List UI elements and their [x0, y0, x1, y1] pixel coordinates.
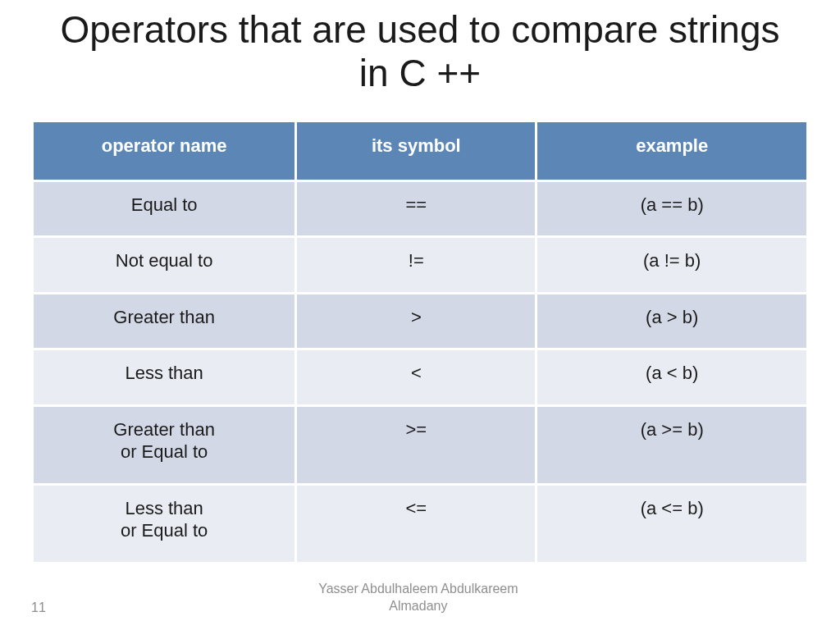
cell-example: (a <= b): [537, 486, 806, 562]
cell-name: Not equal to: [34, 238, 294, 292]
table-row: Equal to == (a == b): [34, 182, 806, 236]
cell-name: Less than: [34, 350, 294, 404]
cell-name: Less thanor Equal to: [34, 486, 294, 562]
cell-example: (a == b): [537, 182, 806, 236]
cell-symbol: ==: [297, 182, 535, 236]
cell-name: Greater than: [34, 294, 294, 349]
cell-symbol: >: [297, 294, 535, 349]
cell-example: (a != b): [537, 238, 806, 292]
operators-table: operator name its symbol example Equal t…: [31, 120, 809, 564]
table-row: Less than < (a < b): [34, 350, 806, 404]
cell-name: Greater thanor Equal to: [34, 407, 294, 483]
slide: Operators that are used to compare strin…: [0, 0, 840, 630]
cell-symbol: >=: [297, 407, 535, 483]
footer-author: Yasser Abdulhaleem AbdulkareemAlmadany: [46, 581, 791, 615]
cell-symbol: <: [297, 350, 535, 404]
cell-example: (a >= b): [537, 407, 806, 483]
col-header-name: operator name: [34, 122, 294, 180]
cell-name: Equal to: [34, 182, 294, 236]
slide-footer: 11 Yasser Abdulhaleem AbdulkareemAlmadan…: [0, 581, 840, 615]
cell-example: (a > b): [537, 294, 806, 349]
cell-example: (a < b): [537, 350, 806, 404]
table-row: Greater than > (a > b): [34, 294, 806, 349]
table-row: Not equal to != (a != b): [34, 238, 806, 292]
cell-symbol: !=: [297, 238, 535, 292]
page-title: Operators that are used to compare strin…: [48, 8, 792, 95]
page-number: 11: [31, 600, 46, 615]
cell-symbol: <=: [297, 486, 535, 562]
table-header: operator name its symbol example: [34, 122, 806, 180]
col-header-example: example: [537, 122, 806, 180]
table-row: Greater thanor Equal to >= (a >= b): [34, 407, 806, 483]
table-row: Less thanor Equal to <= (a <= b): [34, 486, 806, 562]
col-header-symbol: its symbol: [297, 122, 535, 180]
table-body: Equal to == (a == b) Not equal to != (a …: [34, 182, 806, 562]
